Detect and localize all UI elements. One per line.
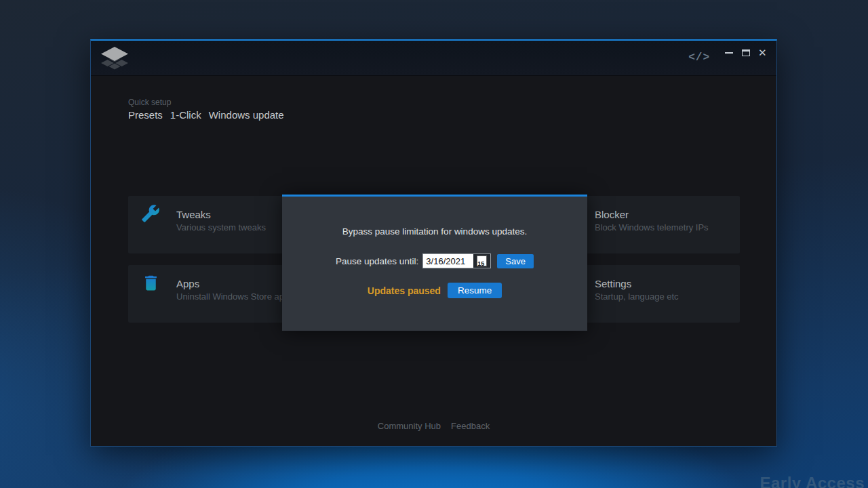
early-access-watermark: Early Access xyxy=(760,474,865,488)
updates-paused-status: Updates paused xyxy=(368,285,441,296)
date-picker-group: 15 xyxy=(422,253,491,268)
dialog-message: Bypass pause limitation for windows upda… xyxy=(282,226,587,237)
pause-until-label: Pause updates until: xyxy=(336,256,418,266)
maximize-button[interactable] xyxy=(741,47,751,58)
quick-setup-section: Quick setup Presets 1-Click Windows upda… xyxy=(128,98,284,121)
calendar-picker-button[interactable]: 15 xyxy=(473,254,490,268)
calendar-icon: 15 xyxy=(477,256,487,266)
calendar-day-number: 15 xyxy=(477,260,484,267)
app-logo-layers-icon xyxy=(99,45,130,75)
status-row: Updates paused Resume xyxy=(282,283,587,298)
footer: Community Hub Feedback xyxy=(91,421,776,431)
card-subtitle: Various system tweaks xyxy=(176,222,266,232)
card-title: Settings xyxy=(595,278,631,289)
tab-1-click[interactable]: 1-Click xyxy=(170,109,201,121)
wrench-icon xyxy=(141,204,160,226)
card-title: Tweaks xyxy=(176,209,211,220)
card-subtitle: Block Windows telemetry IPs xyxy=(595,222,709,232)
pause-date-input[interactable] xyxy=(423,254,473,268)
resume-button[interactable]: Resume xyxy=(448,283,502,298)
app-window: </> ✕ Quick setup Presets 1-Click Window… xyxy=(90,39,777,447)
community-hub-link[interactable]: Community Hub xyxy=(378,421,441,431)
save-button[interactable]: Save xyxy=(497,254,534,268)
card-subtitle: Uninstall Windows Store apps xyxy=(176,291,294,302)
close-button[interactable]: ✕ xyxy=(757,47,768,58)
window-controls: ✕ xyxy=(724,47,768,58)
tab-windows-update[interactable]: Windows update xyxy=(209,109,284,121)
minimize-button[interactable] xyxy=(724,47,734,58)
debug-console-icon[interactable]: </> xyxy=(688,52,710,64)
quick-setup-label: Quick setup xyxy=(128,98,284,107)
card-title: Blocker xyxy=(595,209,629,220)
pause-until-row: Pause updates until: 15 Save xyxy=(282,253,587,268)
tab-presets[interactable]: Presets xyxy=(128,109,163,121)
titlebar[interactable]: </> ✕ xyxy=(91,41,776,76)
card-title: Apps xyxy=(176,278,199,289)
trash-icon xyxy=(141,273,161,296)
feedback-link[interactable]: Feedback xyxy=(451,421,490,431)
card-subtitle: Startup, language etc xyxy=(595,291,679,302)
pause-updates-dialog: Bypass pause limitation for windows upda… xyxy=(282,195,587,331)
quick-setup-tabs: Presets 1-Click Windows update xyxy=(128,109,284,121)
